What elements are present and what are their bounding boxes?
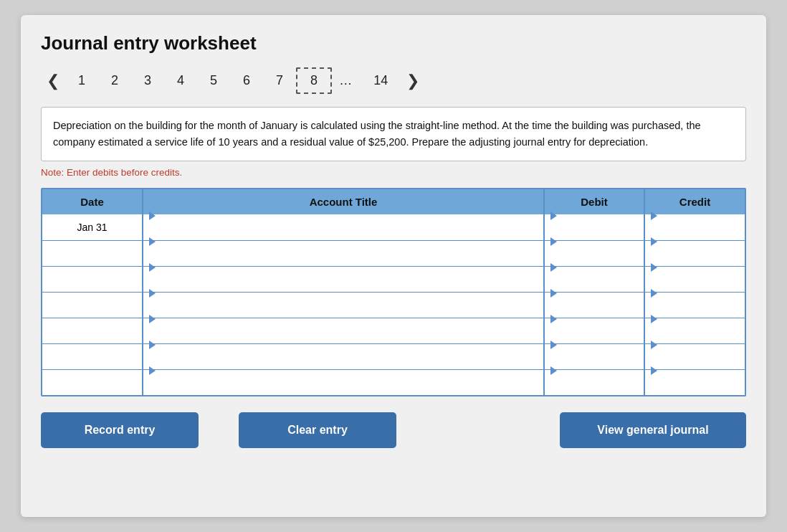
cell-arrow-icon (149, 289, 156, 298)
description-box: Depreciation on the building for the mon… (41, 107, 746, 161)
tab-3[interactable]: 3 (131, 69, 164, 92)
credit-input[interactable] (651, 324, 739, 349)
date-cell (42, 266, 143, 292)
credit-input[interactable] (651, 376, 739, 397)
debit-input[interactable] (550, 324, 638, 349)
credit-input[interactable] (651, 298, 739, 323)
tab-5[interactable]: 5 (197, 69, 230, 92)
account-cell[interactable] (143, 266, 544, 292)
table-row (42, 240, 745, 266)
cell-arrow-icon (149, 237, 156, 246)
table-row (42, 369, 745, 395)
debit-arrow-icon (550, 341, 557, 349)
cell-arrow-icon (149, 315, 156, 323)
table-row (42, 292, 745, 318)
tab-8[interactable]: 8 (296, 67, 332, 94)
credit-arrow-icon (651, 341, 657, 349)
credit-input[interactable] (651, 350, 739, 375)
credit-arrow-icon (651, 289, 657, 298)
tab-1[interactable]: 1 (65, 69, 98, 92)
view-general-journal-button[interactable]: View general journal (560, 412, 746, 448)
debit-arrow-icon (550, 315, 557, 323)
account-cell[interactable] (143, 214, 544, 240)
buttons-row: Record entry Clear entry View general jo… (41, 412, 746, 448)
debit-input[interactable] (550, 350, 638, 375)
prev-arrow[interactable]: ❮ (41, 72, 65, 90)
account-cell[interactable] (143, 292, 544, 318)
cell-arrow-icon (149, 366, 156, 375)
table-row (42, 266, 745, 292)
credit-input[interactable] (651, 220, 739, 246)
account-cell[interactable] (143, 369, 544, 395)
journal-table: Date Account Title Debit Credit Jan 31 (41, 188, 746, 396)
account-cell[interactable] (143, 240, 544, 266)
date-cell (42, 343, 143, 369)
credit-arrow-icon (651, 212, 657, 220)
header-date: Date (42, 189, 143, 214)
tab-7[interactable]: 7 (263, 69, 296, 92)
debit-arrow-icon (550, 289, 557, 298)
credit-arrow-icon (651, 263, 657, 272)
debit-input[interactable] (550, 298, 638, 323)
tab-dots: … (332, 69, 361, 92)
table-row (42, 343, 745, 369)
account-input[interactable] (149, 376, 538, 397)
credit-arrow-icon (651, 366, 657, 375)
debit-arrow-icon (550, 263, 557, 272)
date-cell (42, 369, 143, 395)
credit-arrow-icon (651, 237, 657, 246)
debit-input[interactable] (550, 247, 638, 272)
tab-6[interactable]: 6 (230, 69, 263, 92)
debit-arrow-icon (550, 366, 557, 375)
header-account: Account Title (143, 189, 544, 214)
date-cell (42, 318, 143, 343)
debit-input[interactable] (550, 376, 638, 397)
description-text: Depreciation on the building for the mon… (53, 120, 701, 148)
date-cell: Jan 31 (42, 214, 143, 240)
record-entry-button[interactable]: Record entry (41, 412, 199, 448)
credit-input[interactable] (651, 247, 739, 272)
cell-arrow-icon (149, 212, 156, 220)
credit-arrow-icon (651, 315, 657, 323)
debit-input[interactable] (550, 272, 638, 298)
clear-entry-button[interactable]: Clear entry (239, 412, 396, 448)
tab-navigation: ❮ 1 2 3 4 5 6 7 8 … 14 ❯ (41, 67, 746, 94)
next-arrow[interactable]: ❯ (401, 72, 425, 90)
cell-arrow-icon (149, 263, 156, 272)
tab-14[interactable]: 14 (361, 69, 401, 92)
table-row: Jan 31 (42, 214, 745, 240)
date-cell (42, 292, 143, 318)
debit-arrow-icon (550, 212, 557, 220)
journal-worksheet: Journal entry worksheet ❮ 1 2 3 4 5 6 7 … (21, 15, 766, 517)
credit-input[interactable] (651, 272, 739, 298)
page-title: Journal entry worksheet (41, 32, 746, 54)
account-cell[interactable] (143, 343, 544, 369)
tab-2[interactable]: 2 (98, 69, 131, 92)
tab-4[interactable]: 4 (164, 69, 197, 92)
debit-input[interactable] (550, 220, 638, 246)
debit-arrow-icon (550, 237, 557, 246)
cell-arrow-icon (149, 341, 156, 349)
account-cell[interactable] (143, 318, 544, 343)
date-cell (42, 240, 143, 266)
note-text: Note: Enter debits before credits. (41, 167, 746, 178)
table-row (42, 318, 745, 343)
